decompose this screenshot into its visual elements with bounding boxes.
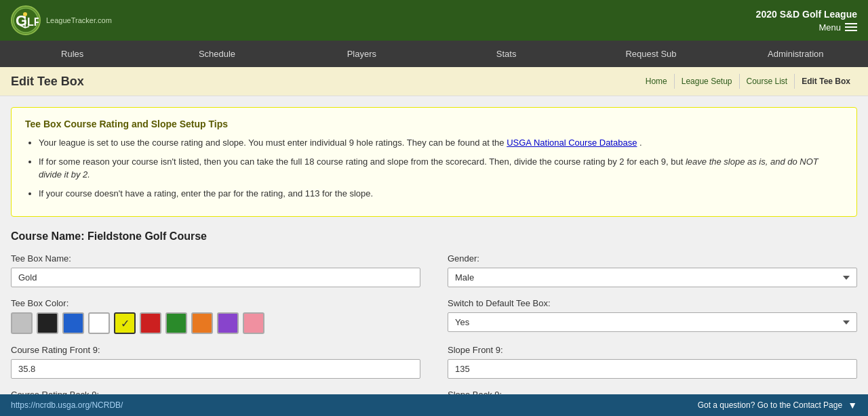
swatch-black[interactable] (37, 312, 58, 334)
usga-database-link[interactable]: USGA National Course Database (507, 138, 637, 148)
course-name-heading: Course Name: Fieldstone Golf Course (11, 230, 857, 243)
nav-rules[interactable]: Rules (0, 41, 144, 67)
gender-label: Gender: (448, 253, 857, 264)
tee-box-name-label: Tee Box Name: (11, 253, 420, 264)
gender-select[interactable]: Male Female (448, 268, 857, 287)
status-bar: https://ncrdb.usga.org/NCRDB/ Got a ques… (0, 394, 868, 416)
logo-subtitle: LeagueTracker.com (46, 16, 112, 24)
check-icon: ✓ (121, 317, 130, 330)
tee-box-name-group: Tee Box Name: (11, 253, 420, 287)
breadcrumb-bar: Edit Tee Box Home League Setup Course Li… (0, 67, 868, 96)
header: G LF LeagueTracker.com 2020 S&D Golf Lea… (0, 0, 868, 41)
swatch-orange[interactable] (191, 312, 213, 334)
swatch-pink[interactable] (243, 312, 264, 334)
breadcrumb-edit-tee-box: Edit Tee Box (795, 74, 857, 89)
status-url: https://ncrdb.usga.org/NCRDB/ (11, 400, 123, 410)
menu-button[interactable]: Menu (756, 22, 857, 33)
main-content: Tee Box Course Rating and Slope Setup Ti… (0, 96, 868, 416)
gender-group: Gender: Male Female (448, 253, 857, 287)
breadcrumbs: Home League Setup Course List Edit Tee B… (639, 74, 857, 89)
hamburger-icon (845, 23, 857, 31)
logo-area: G LF LeagueTracker.com (11, 5, 112, 35)
course-rating-front-group: Course Rating Front 9: (11, 345, 420, 379)
nav-administration[interactable]: Administration (724, 41, 868, 67)
switch-default-group: Switch to Default Tee Box: Yes No (448, 298, 857, 334)
course-rating-front-label: Course Rating Front 9: (11, 345, 420, 355)
status-bar-right: Got a question? Go to the Contact Page ▼ (698, 400, 857, 411)
contact-page-link[interactable]: Got a question? Go to the Contact Page (698, 400, 842, 410)
logo-icon: G LF (11, 5, 41, 35)
breadcrumb-course-list[interactable]: Course List (740, 74, 795, 89)
color-swatches: ✓ (11, 312, 420, 334)
league-name: 2020 S&D Golf League (756, 9, 857, 20)
slope-front-input[interactable] (448, 359, 857, 379)
switch-default-label: Switch to Default Tee Box: (448, 298, 857, 308)
header-right: 2020 S&D Golf League Menu (756, 9, 857, 33)
tips-list: Your league is set to use the course rat… (25, 136, 843, 200)
tips-item-1: Your league is set to use the course rat… (39, 136, 843, 150)
switch-default-select[interactable]: Yes No (448, 312, 857, 332)
tips-text-3: If your course doesn't have a rating, en… (39, 188, 373, 199)
nav-players[interactable]: Players (290, 41, 434, 67)
swatch-yellow[interactable]: ✓ (114, 312, 136, 334)
tips-text-1a: Your league is set to use the course rat… (39, 138, 507, 148)
swatch-red[interactable] (140, 312, 161, 334)
slope-front-label: Slope Front 9: (448, 345, 857, 355)
svg-text:LF: LF (27, 16, 39, 28)
swatch-white[interactable] (88, 312, 110, 334)
tips-text-2a: If for some reason your course isn't lis… (39, 157, 686, 167)
tips-item-2: If for some reason your course isn't lis… (39, 155, 843, 182)
tips-text-1b: . (639, 138, 642, 148)
tips-title: Tee Box Course Rating and Slope Setup Ti… (25, 119, 843, 129)
nav-schedule[interactable]: Schedule (144, 41, 289, 67)
nav-stats[interactable]: Stats (434, 41, 578, 67)
tee-box-name-input[interactable] (11, 268, 420, 287)
swatch-silver[interactable] (11, 312, 33, 334)
course-name-value: Fieldstone Golf Course (87, 230, 207, 242)
course-name-label: Course Name: (11, 230, 84, 242)
swatch-green[interactable] (165, 312, 187, 334)
tips-box: Tee Box Course Rating and Slope Setup Ti… (11, 107, 857, 217)
course-rating-front-input[interactable] (11, 359, 420, 379)
page-title: Edit Tee Box (11, 75, 84, 89)
breadcrumb-home[interactable]: Home (639, 74, 675, 89)
breadcrumb-league-setup[interactable]: League Setup (675, 74, 740, 89)
slope-front-group: Slope Front 9: (448, 345, 857, 379)
swatch-blue[interactable] (62, 312, 84, 334)
tee-box-color-group: Tee Box Color: ✓ (11, 298, 420, 334)
tips-item-3: If your course doesn't have a rating, en… (39, 187, 843, 201)
main-nav: Rules Schedule Players Stats Request Sub… (0, 41, 868, 67)
tee-box-color-label: Tee Box Color: (11, 298, 420, 308)
status-close-icon[interactable]: ▼ (848, 400, 857, 411)
swatch-purple[interactable] (217, 312, 239, 334)
nav-request-sub[interactable]: Request Sub (578, 41, 723, 67)
form-grid: Tee Box Name: Gender: Male Female Tee Bo… (11, 253, 857, 416)
